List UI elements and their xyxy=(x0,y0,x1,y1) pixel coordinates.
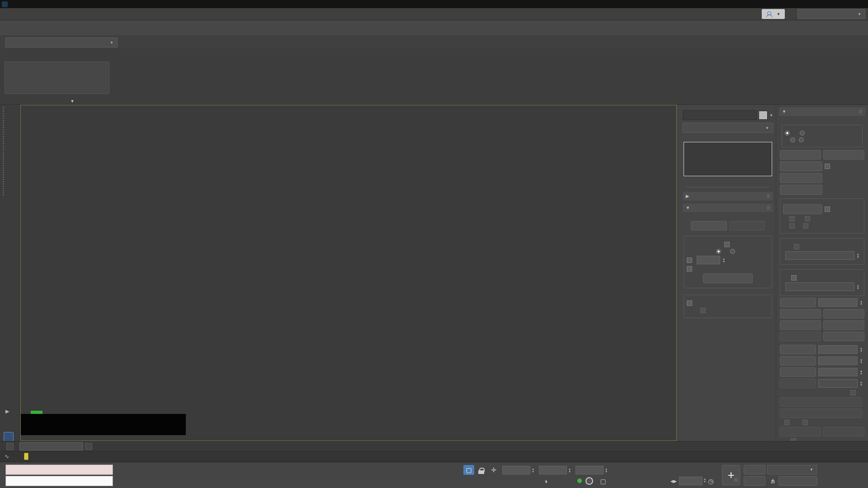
frame-step-icon[interactable]: ◀▶ xyxy=(668,476,679,486)
break-button[interactable] xyxy=(823,150,864,160)
selected-only-checkbox[interactable] xyxy=(700,308,706,313)
maxscript-mini-recorder[interactable] xyxy=(5,465,113,475)
toolbar-drag-handle[interactable] xyxy=(3,107,4,197)
rollout-geometry[interactable]: ▼ ⠿ xyxy=(778,107,866,117)
current-frame-field[interactable] xyxy=(679,477,703,485)
spinner-icon[interactable]: ▲▼ xyxy=(605,468,609,473)
time-tag-cube-icon[interactable]: ▢ xyxy=(598,476,609,486)
spinner-icon[interactable]: ▲▼ xyxy=(568,468,573,473)
viewport-canvas[interactable] xyxy=(21,105,676,441)
linear-radio[interactable] xyxy=(785,131,790,136)
previous-frame-arrow[interactable] xyxy=(6,443,14,450)
cycle-button[interactable] xyxy=(823,332,864,341)
extend-button[interactable] xyxy=(823,427,864,436)
panel-divider[interactable] xyxy=(686,187,769,188)
weld-value[interactable] xyxy=(818,298,858,307)
refine-connect-checkbox[interactable] xyxy=(825,206,830,212)
cross-insert-button[interactable] xyxy=(780,345,816,354)
show-vertex-numbers-checkbox[interactable] xyxy=(687,300,692,306)
perspective-viewport[interactable] xyxy=(20,105,677,441)
cross-section-button[interactable] xyxy=(780,185,822,195)
spinner-icon[interactable]: ▲▼ xyxy=(722,258,727,263)
area-selection-checkbox[interactable] xyxy=(687,258,692,263)
connect-threshold-value[interactable] xyxy=(785,251,854,260)
copy-checkbox[interactable] xyxy=(784,420,790,425)
spinner-icon[interactable]: ▲▼ xyxy=(532,468,536,473)
spinner-icon[interactable]: ▲▼ xyxy=(860,358,864,364)
linear-checkbox[interactable] xyxy=(789,216,795,221)
x-coordinate-field[interactable] xyxy=(502,466,530,474)
make-first-button[interactable] xyxy=(780,320,821,330)
key-filter-icon[interactable]: ⋔ xyxy=(767,476,778,486)
refine-button[interactable] xyxy=(783,204,822,214)
paste-selection-button[interactable] xyxy=(729,221,765,230)
area-selection-value[interactable] xyxy=(697,256,720,264)
key-mode-dropdown[interactable]: ▼ xyxy=(767,465,817,474)
smooth-radio[interactable] xyxy=(790,137,795,142)
time-configuration-icon[interactable]: ◷ xyxy=(705,476,716,486)
auto-key-button[interactable] xyxy=(744,465,765,474)
time-slider-row[interactable] xyxy=(0,441,868,451)
bezier-radio[interactable] xyxy=(800,131,805,136)
copy-selection-button[interactable] xyxy=(691,221,727,230)
bezier-corner-radio[interactable] xyxy=(799,137,804,142)
fuse-button[interactable] xyxy=(823,320,864,330)
about-pivot-checkbox[interactable] xyxy=(802,420,808,425)
attach-mult-button[interactable] xyxy=(780,173,822,183)
object-color-swatch[interactable] xyxy=(759,111,768,120)
project-folder-dropdown[interactable]: ▼ xyxy=(5,38,118,47)
fillet-button[interactable] xyxy=(780,356,816,366)
set-keys-button[interactable]: +⚿ xyxy=(722,465,740,485)
absolute-mode-toggle[interactable]: ✛ xyxy=(488,465,499,475)
viewport-layout-tab[interactable] xyxy=(4,432,14,442)
spinner-icon[interactable]: ▲▼ xyxy=(860,347,864,352)
boolean-button[interactable] xyxy=(780,397,862,407)
fillet-value[interactable] xyxy=(818,357,858,365)
connect-button[interactable] xyxy=(780,309,821,319)
current-frame-marker[interactable] xyxy=(24,453,28,460)
set-key-button[interactable] xyxy=(744,476,765,486)
spinner-icon[interactable]: ▲▼ xyxy=(860,300,864,305)
cross-insert-value[interactable] xyxy=(818,345,858,354)
connect-copy-checkbox[interactable] xyxy=(794,244,799,249)
outline-button[interactable] xyxy=(780,379,816,388)
outline-value[interactable] xyxy=(818,379,858,388)
create-line-button[interactable] xyxy=(780,150,821,160)
signin-menu[interactable]: ▼ xyxy=(762,9,785,19)
select-by-button[interactable] xyxy=(703,273,753,283)
all-radio[interactable] xyxy=(730,249,735,254)
center-checkbox[interactable] xyxy=(850,390,856,395)
trim-button[interactable] xyxy=(780,427,821,436)
object-name-field[interactable] xyxy=(683,110,757,120)
bind-last-checkbox[interactable] xyxy=(803,223,808,229)
z-coordinate-field[interactable] xyxy=(576,466,604,474)
modifier-list-dropdown[interactable]: ▼ xyxy=(683,123,773,133)
expand-panel-icon[interactable]: ▶ xyxy=(5,408,9,414)
mcg-icon[interactable]: ◑ xyxy=(540,476,551,486)
weld-threshold-value[interactable] xyxy=(785,282,854,291)
rollout-rendering[interactable]: ▶ ⠿ xyxy=(682,191,774,201)
workspace-dropdown[interactable]: ▼ xyxy=(797,9,865,19)
open-mini-curve-editor-icon[interactable]: ∿ xyxy=(5,453,9,460)
segment-end-checkbox[interactable] xyxy=(687,266,692,272)
time-slider[interactable] xyxy=(19,442,83,450)
spinner-icon[interactable]: ▲▼ xyxy=(860,370,864,375)
reorient-checkbox[interactable] xyxy=(825,164,830,169)
polygon-modeling-label[interactable]: ▼ xyxy=(5,97,140,104)
weld-button[interactable] xyxy=(780,298,816,307)
key-filters-button[interactable] xyxy=(778,476,817,486)
alike-radio[interactable] xyxy=(716,249,721,254)
insert-button[interactable] xyxy=(823,309,864,319)
next-frame-arrow[interactable] xyxy=(85,443,92,450)
chamfer-value[interactable] xyxy=(818,368,858,376)
closed-checkbox[interactable] xyxy=(789,223,795,229)
bind-first-checkbox[interactable] xyxy=(805,216,810,221)
automatic-welding-checkbox[interactable] xyxy=(791,275,797,281)
mirror-button[interactable] xyxy=(780,408,862,418)
isolate-selection-toggle[interactable]: ▢ xyxy=(463,465,474,475)
lock-handles-checkbox[interactable] xyxy=(724,242,730,247)
track-bar[interactable]: ∿ xyxy=(0,451,868,462)
chamfer-button[interactable] xyxy=(780,367,816,377)
rollout-selection[interactable]: ▼ ⠿ xyxy=(682,203,774,213)
spinner-icon[interactable]: ▲▼ xyxy=(857,284,861,290)
